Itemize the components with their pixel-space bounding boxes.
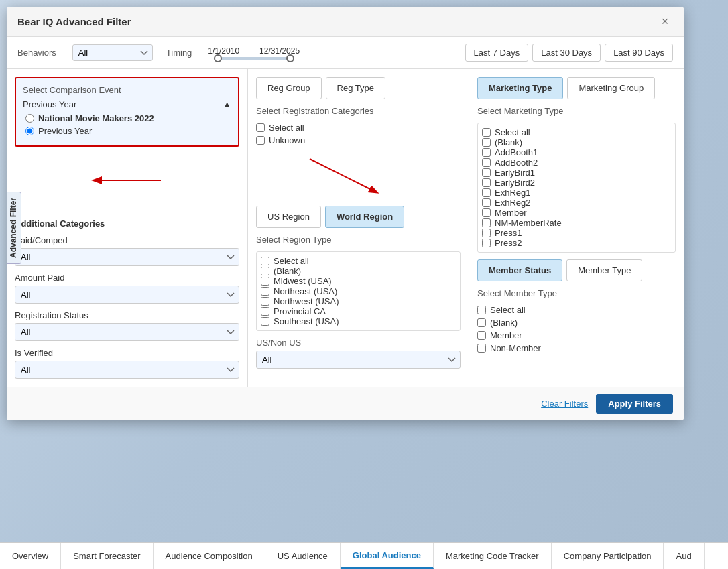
clear-filters-button[interactable]: Clear Filters <box>541 399 588 409</box>
marketing-checkbox-input-10[interactable] <box>482 229 491 237</box>
region-checkbox-input-3[interactable] <box>261 287 269 296</box>
tab-member-type[interactable]: Member Type <box>566 259 642 281</box>
reg-checkbox-0[interactable]: Select all <box>256 123 461 133</box>
slider-thumb-right[interactable] <box>286 54 294 62</box>
reg-checkbox-input-0[interactable] <box>256 123 265 132</box>
marketing-checkbox-6[interactable]: ExhReg1 <box>482 188 671 198</box>
slider-thumb-left[interactable] <box>214 54 222 62</box>
tab-reg-type[interactable]: Reg Type <box>326 77 385 99</box>
member-checkbox-input-0[interactable] <box>477 306 486 314</box>
member-checkbox-3[interactable]: Non-Member <box>477 343 676 353</box>
additional-categories-title: Additional Categories <box>15 214 239 229</box>
region-checkbox-5[interactable]: Provincial CA <box>261 306 456 316</box>
member-checkbox-0[interactable]: Select all <box>477 305 676 315</box>
marketing-checkbox-input-2[interactable] <box>482 148 491 157</box>
registration-status-select[interactable]: All <box>15 323 239 341</box>
marketing-checkbox-input-9[interactable] <box>482 218 491 227</box>
left-arrow-svg <box>87 170 168 190</box>
diagonal-arrow-area <box>256 152 461 199</box>
region-checkbox-input-4[interactable] <box>261 297 269 306</box>
region-checkbox-label-2: Midwest (USA) <box>274 276 332 286</box>
marketing-checkbox-input-11[interactable] <box>482 239 491 247</box>
paid-comped-select[interactable]: All <box>15 248 239 266</box>
marketing-checkbox-0[interactable]: Select all <box>482 127 671 137</box>
marketing-checkbox-4[interactable]: EarlyBird1 <box>482 168 671 178</box>
comparison-item-1[interactable]: Previous Year <box>23 126 231 136</box>
tab-marketing-type[interactable]: Marketing Type <box>477 77 563 99</box>
tab-marketing-group[interactable]: Marketing Group <box>567 77 655 99</box>
marketing-checkbox-label-0: Select all <box>495 127 530 137</box>
marketing-checkbox-input-4[interactable] <box>482 168 491 177</box>
member-checkbox-input-2[interactable] <box>477 331 486 340</box>
apply-filters-button[interactable]: Apply Filters <box>596 394 673 414</box>
marketing-checkbox-label-9: NM-MemberRate <box>495 218 562 228</box>
reg-checkbox-list: Select all Unknown <box>256 123 461 145</box>
modal-header: Bear IQ Advanced Filter × <box>7 7 684 37</box>
close-button[interactable]: × <box>657 13 673 29</box>
marketing-checkbox-2[interactable]: AddBooth1 <box>482 147 671 157</box>
region-checkbox-0[interactable]: Select all <box>261 256 456 266</box>
marketing-checkbox-input-1[interactable] <box>482 138 491 147</box>
marketing-checkbox-5[interactable]: EarlyBird2 <box>482 178 671 188</box>
is-verified-select[interactable]: All <box>15 361 239 379</box>
marketing-checkbox-label-6: ExhReg1 <box>495 188 530 198</box>
tab-member-status[interactable]: Member Status <box>477 259 562 281</box>
member-checkbox-2[interactable]: Member <box>477 330 676 340</box>
region-checkbox-1[interactable]: (Blank) <box>261 266 456 276</box>
us-non-us-label: US/Non US <box>256 338 461 348</box>
last-7-days-button[interactable]: Last 7 Days <box>465 44 529 62</box>
marketing-checkbox-input-8[interactable] <box>482 208 491 217</box>
date-start: 1/1/2010 <box>208 46 239 56</box>
region-checkbox-input-0[interactable] <box>261 257 269 265</box>
comparison-group-header[interactable]: Previous Year ▲ <box>23 99 231 109</box>
marketing-checkbox-11[interactable]: Press2 <box>482 238 671 248</box>
marketing-checkbox-8[interactable]: Member <box>482 208 671 218</box>
marketing-checkbox-input-7[interactable] <box>482 198 491 207</box>
member-checkbox-1[interactable]: (Blank) <box>477 318 676 328</box>
advanced-filter-side-tab[interactable]: Advanced Filter <box>7 192 21 264</box>
marketing-checkbox-1[interactable]: (Blank) <box>482 137 671 147</box>
marketing-checkbox-input-6[interactable] <box>482 188 491 197</box>
amount-paid-label: Amount Paid <box>15 273 239 283</box>
region-checkbox-4[interactable]: Northwest (USA) <box>261 296 456 306</box>
tab-world-region[interactable]: World Region <box>325 206 404 228</box>
region-checkbox-6[interactable]: Southeast (USA) <box>261 316 456 326</box>
marketing-checkbox-label-4: EarlyBird1 <box>495 168 535 178</box>
us-non-us-select[interactable]: All <box>256 351 461 369</box>
comparison-radio-1[interactable] <box>25 127 34 135</box>
tab-reg-group[interactable]: Reg Group <box>256 77 322 99</box>
advanced-filter-label[interactable]: Advanced Filter <box>7 192 21 264</box>
timing-label: Timing <box>166 48 192 58</box>
marketing-checkbox-label-7: ExhReg2 <box>495 198 530 208</box>
marketing-checkbox-10[interactable]: Press1 <box>482 228 671 238</box>
reg-checkbox-1[interactable]: Unknown <box>256 135 461 145</box>
marketing-checkbox-3[interactable]: AddBooth2 <box>482 157 671 168</box>
amount-paid-select[interactable]: All <box>15 286 239 304</box>
marketing-checkbox-input-5[interactable] <box>482 178 491 187</box>
tab-us-region[interactable]: US Region <box>256 206 321 228</box>
last-30-days-button[interactable]: Last 30 Days <box>532 44 601 62</box>
last-90-days-button[interactable]: Last 90 Days <box>605 44 673 62</box>
comparison-item-0[interactable]: National Movie Makers 2022 <box>23 113 231 123</box>
region-checkbox-label-6: Southeast (USA) <box>274 316 339 326</box>
timing-slider[interactable] <box>214 57 294 60</box>
region-checkbox-input-6[interactable] <box>261 317 269 326</box>
member-checkbox-input-3[interactable] <box>477 344 486 353</box>
region-checkbox-2[interactable]: Midwest (USA) <box>261 276 456 286</box>
behaviors-select[interactable]: All <box>72 44 153 61</box>
marketing-checkbox-9[interactable]: NM-MemberRate <box>482 218 671 228</box>
reg-checkbox-input-1[interactable] <box>256 136 265 145</box>
marketing-checkbox-input-0[interactable] <box>482 128 491 137</box>
marketing-checkbox-7[interactable]: ExhReg2 <box>482 198 671 208</box>
member-checkbox-input-1[interactable] <box>477 318 486 327</box>
marketing-type-label: Select Marketing Type <box>477 106 676 116</box>
marketing-checkbox-input-3[interactable] <box>482 158 491 167</box>
marketing-checkbox-label-3: AddBooth2 <box>495 157 538 168</box>
region-checkbox-3[interactable]: Northeast (USA) <box>261 286 456 296</box>
region-checkbox-input-5[interactable] <box>261 307 269 316</box>
comparison-radio-0[interactable] <box>25 114 34 123</box>
region-checkbox-input-1[interactable] <box>261 267 269 275</box>
us-non-us-row: US/Non US All <box>256 338 461 369</box>
behaviors-label: Behaviors <box>17 48 56 58</box>
region-checkbox-input-2[interactable] <box>261 277 269 286</box>
